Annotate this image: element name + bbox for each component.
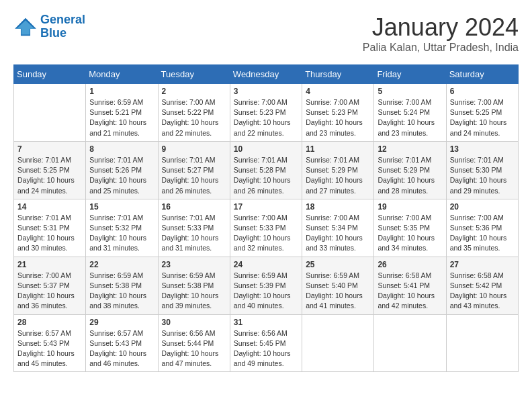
calendar-cell: 8Sunrise: 7:01 AM Sunset: 5:26 PM Daylig…	[86, 141, 158, 199]
day-number: 30	[162, 318, 226, 327]
calendar-table: SundayMondayTuesdayWednesdayThursdayFrid…	[13, 64, 519, 372]
day-info: Sunrise: 7:00 AM Sunset: 5:23 PM Dayligh…	[306, 97, 370, 138]
calendar-cell: 28Sunrise: 6:57 AM Sunset: 5:43 PM Dayli…	[14, 314, 86, 372]
day-info: Sunrise: 7:00 AM Sunset: 5:35 PM Dayligh…	[378, 213, 442, 254]
calendar-cell: 4Sunrise: 7:00 AM Sunset: 5:23 PM Daylig…	[302, 84, 374, 142]
calendar-cell: 17Sunrise: 7:00 AM Sunset: 5:33 PM Dayli…	[230, 199, 302, 257]
day-info: Sunrise: 7:00 AM Sunset: 5:37 PM Dayligh…	[17, 271, 82, 312]
day-number: 11	[306, 144, 370, 154]
day-info: Sunrise: 7:00 AM Sunset: 5:22 PM Dayligh…	[162, 97, 226, 138]
calendar-cell: 20Sunrise: 7:00 AM Sunset: 5:36 PM Dayli…	[446, 199, 518, 257]
calendar-cell: 11Sunrise: 7:01 AM Sunset: 5:29 PM Dayli…	[302, 141, 374, 199]
day-number: 31	[234, 318, 298, 327]
day-info: Sunrise: 7:00 AM Sunset: 5:23 PM Dayligh…	[234, 97, 298, 138]
calendar-cell: 30Sunrise: 6:56 AM Sunset: 5:44 PM Dayli…	[158, 314, 230, 372]
day-number: 24	[234, 260, 298, 269]
calendar-cell: 29Sunrise: 6:57 AM Sunset: 5:43 PM Dayli…	[86, 314, 158, 372]
calendar-cell: 25Sunrise: 6:59 AM Sunset: 5:40 PM Dayli…	[302, 257, 374, 314]
day-number: 16	[162, 202, 226, 212]
week-row-5: 28Sunrise: 6:57 AM Sunset: 5:43 PM Dayli…	[14, 314, 519, 372]
calendar-cell: 15Sunrise: 7:01 AM Sunset: 5:32 PM Dayli…	[86, 199, 158, 257]
day-info: Sunrise: 7:00 AM Sunset: 5:34 PM Dayligh…	[306, 213, 370, 254]
day-info: Sunrise: 6:59 AM Sunset: 5:38 PM Dayligh…	[89, 271, 154, 312]
day-number: 15	[89, 202, 154, 212]
day-info: Sunrise: 7:01 AM Sunset: 5:33 PM Dayligh…	[162, 213, 226, 254]
calendar-cell: 31Sunrise: 6:56 AM Sunset: 5:45 PM Dayli…	[230, 314, 302, 372]
week-row-1: 1Sunrise: 6:59 AM Sunset: 5:21 PM Daylig…	[14, 84, 519, 142]
day-info: Sunrise: 7:01 AM Sunset: 5:32 PM Dayligh…	[89, 213, 154, 254]
day-number: 22	[89, 260, 154, 269]
calendar-body: 1Sunrise: 6:59 AM Sunset: 5:21 PM Daylig…	[14, 84, 519, 372]
calendar-cell: 2Sunrise: 7:00 AM Sunset: 5:22 PM Daylig…	[158, 84, 230, 142]
calendar-cell: 27Sunrise: 6:58 AM Sunset: 5:42 PM Dayli…	[446, 257, 518, 314]
day-info: Sunrise: 7:01 AM Sunset: 5:28 PM Dayligh…	[234, 155, 298, 196]
day-number: 21	[17, 260, 82, 269]
day-info: Sunrise: 6:59 AM Sunset: 5:38 PM Dayligh…	[162, 271, 226, 312]
day-info: Sunrise: 6:59 AM Sunset: 5:21 PM Dayligh…	[89, 97, 154, 138]
day-number: 20	[450, 202, 515, 212]
calendar-cell: 7Sunrise: 7:01 AM Sunset: 5:25 PM Daylig…	[14, 141, 86, 199]
day-number: 18	[306, 202, 370, 212]
day-number: 14	[17, 202, 82, 212]
page-header: General Blue January 2024 Palia Kalan, U…	[13, 13, 519, 54]
calendar-cell: 5Sunrise: 7:00 AM Sunset: 5:24 PM Daylig…	[374, 84, 446, 142]
day-number: 2	[162, 87, 226, 96]
day-info: Sunrise: 6:57 AM Sunset: 5:43 PM Dayligh…	[89, 328, 154, 369]
calendar-cell: 10Sunrise: 7:01 AM Sunset: 5:28 PM Dayli…	[230, 141, 302, 199]
day-number: 13	[450, 144, 515, 154]
weekday-header-tuesday: Tuesday	[158, 65, 230, 84]
day-info: Sunrise: 7:01 AM Sunset: 5:27 PM Dayligh…	[162, 155, 226, 196]
week-row-3: 14Sunrise: 7:01 AM Sunset: 5:31 PM Dayli…	[14, 199, 519, 257]
day-number: 29	[89, 318, 154, 327]
day-info: Sunrise: 6:58 AM Sunset: 5:41 PM Dayligh…	[378, 271, 442, 312]
day-number: 5	[378, 87, 442, 96]
calendar-header: SundayMondayTuesdayWednesdayThursdayFrid…	[14, 65, 519, 84]
day-number: 17	[234, 202, 298, 212]
day-info: Sunrise: 6:59 AM Sunset: 5:39 PM Dayligh…	[234, 271, 298, 312]
calendar-cell	[14, 84, 86, 142]
calendar-cell: 21Sunrise: 7:00 AM Sunset: 5:37 PM Dayli…	[14, 257, 86, 314]
day-info: Sunrise: 7:00 AM Sunset: 5:25 PM Dayligh…	[450, 97, 515, 138]
calendar-cell: 6Sunrise: 7:00 AM Sunset: 5:25 PM Daylig…	[446, 84, 518, 142]
weekday-header-friday: Friday	[374, 65, 446, 84]
location: Palia Kalan, Uttar Pradesh, India	[363, 42, 519, 54]
calendar-cell: 3Sunrise: 7:00 AM Sunset: 5:23 PM Daylig…	[230, 84, 302, 142]
day-number: 7	[17, 144, 82, 154]
day-info: Sunrise: 7:01 AM Sunset: 5:26 PM Dayligh…	[89, 155, 154, 196]
calendar-cell: 26Sunrise: 6:58 AM Sunset: 5:41 PM Dayli…	[374, 257, 446, 314]
month-title: January 2024	[363, 13, 519, 42]
calendar-cell: 9Sunrise: 7:01 AM Sunset: 5:27 PM Daylig…	[158, 141, 230, 199]
day-info: Sunrise: 7:01 AM Sunset: 5:31 PM Dayligh…	[17, 213, 82, 254]
day-info: Sunrise: 7:00 AM Sunset: 5:24 PM Dayligh…	[378, 97, 442, 138]
day-number: 6	[450, 87, 515, 96]
calendar-cell: 18Sunrise: 7:00 AM Sunset: 5:34 PM Dayli…	[302, 199, 374, 257]
day-number: 19	[378, 202, 442, 212]
day-number: 25	[306, 260, 370, 269]
weekday-header-wednesday: Wednesday	[230, 65, 302, 84]
day-number: 10	[234, 144, 298, 154]
day-info: Sunrise: 7:01 AM Sunset: 5:30 PM Dayligh…	[450, 155, 515, 196]
day-info: Sunrise: 6:57 AM Sunset: 5:43 PM Dayligh…	[17, 328, 82, 369]
day-number: 1	[89, 87, 154, 96]
day-info: Sunrise: 7:01 AM Sunset: 5:29 PM Dayligh…	[306, 155, 370, 196]
day-info: Sunrise: 6:56 AM Sunset: 5:44 PM Dayligh…	[162, 328, 226, 369]
calendar-cell	[446, 314, 518, 372]
day-info: Sunrise: 7:01 AM Sunset: 5:29 PM Dayligh…	[378, 155, 442, 196]
day-info: Sunrise: 7:00 AM Sunset: 5:33 PM Dayligh…	[234, 213, 298, 254]
day-number: 8	[89, 144, 154, 154]
weekday-header-sunday: Sunday	[14, 65, 86, 84]
calendar-cell: 12Sunrise: 7:01 AM Sunset: 5:29 PM Dayli…	[374, 141, 446, 199]
calendar-cell: 19Sunrise: 7:00 AM Sunset: 5:35 PM Dayli…	[374, 199, 446, 257]
title-block: January 2024 Palia Kalan, Uttar Pradesh,…	[363, 13, 519, 54]
day-number: 12	[378, 144, 442, 154]
weekday-row: SundayMondayTuesdayWednesdayThursdayFrid…	[14, 65, 519, 84]
logo-general: General	[40, 13, 85, 26]
day-number: 27	[450, 260, 515, 269]
logo: General Blue	[13, 13, 85, 40]
logo-blue: Blue	[40, 26, 66, 40]
day-number: 3	[234, 87, 298, 96]
day-info: Sunrise: 7:01 AM Sunset: 5:25 PM Dayligh…	[17, 155, 82, 196]
calendar-cell	[374, 314, 446, 372]
weekday-header-monday: Monday	[86, 65, 158, 84]
day-number: 23	[162, 260, 226, 269]
